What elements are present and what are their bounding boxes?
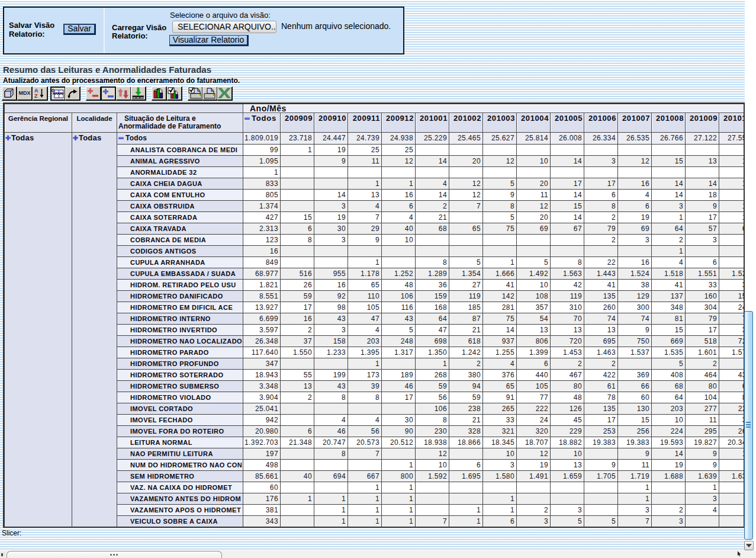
svg-text:0: 0 xyxy=(52,88,54,94)
svg-text:Z: Z xyxy=(34,93,38,99)
